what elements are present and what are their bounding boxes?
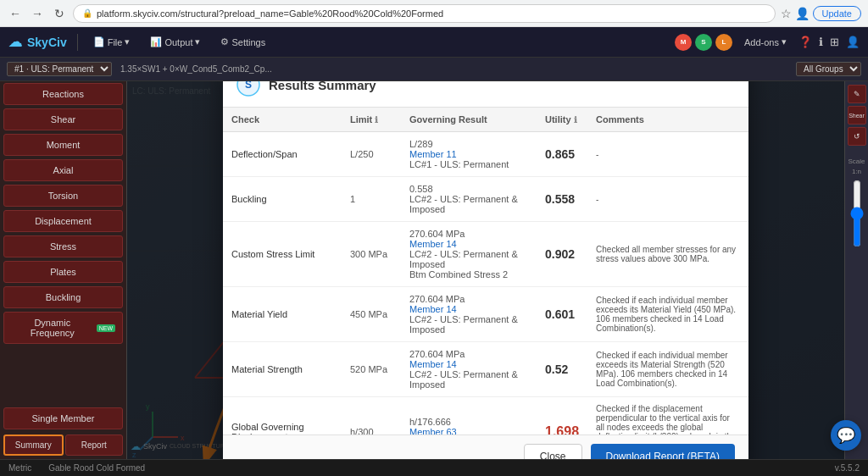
sidebar-item-single-member[interactable]: Single Member [3, 407, 123, 429]
governing-buckling: 0.558 LC#2 - ULS: Permanent & Imposed [401, 177, 537, 222]
settings-menu[interactable]: ⚙ Settings [215, 35, 270, 49]
th-comments: Comments [587, 108, 748, 132]
utility-global-displacement: 1.698 [537, 397, 587, 435]
shear-tool-button[interactable]: Shear [848, 106, 866, 125]
th-check: Check [223, 108, 342, 132]
table-row: Material Strength 520 MPa 270.604 MPa Me… [223, 342, 748, 397]
toolbar-right: M S L Add-ons ▾ ❓ ℹ ⊞ 👤 [675, 34, 860, 51]
utility-material-strength: 0.52 [537, 342, 587, 397]
mode-dot-1: M [675, 34, 692, 51]
modal-close-button[interactable]: × [731, 81, 738, 86]
table-row: Custom Stress Limit 300 MPa 270.604 MPa … [223, 222, 748, 287]
rotate-tool-button[interactable]: ↺ [848, 127, 866, 146]
logo: ☁ SkyCiv [8, 34, 67, 50]
app-container: ☁ SkyCiv 📄 File ▾ 📊 Output ▾ ⚙ Settings … [0, 27, 868, 476]
check-global-displacement: Global Governing Displacement [223, 397, 342, 435]
comments-deflection: - [587, 132, 748, 177]
help-icon[interactable]: ❓ [798, 36, 812, 48]
project-status: Gable Rood Cold Formed [48, 463, 145, 473]
logo-icon: ☁ [8, 34, 22, 50]
table-row: Material Yield 450 MPa 270.604 MPa Membe… [223, 287, 748, 342]
url-text: platform.skyciv.com/structural?preload_n… [97, 8, 443, 19]
browser-actions: ☆ 👤 Update [781, 6, 861, 21]
back-button[interactable]: ← [7, 5, 24, 22]
addons-menu[interactable]: Add-ons ▾ [739, 35, 792, 49]
edit-tool-button[interactable]: ✎ [848, 85, 866, 103]
comments-custom-stress: Checked all member stresses for any stre… [587, 222, 748, 287]
user-icon[interactable]: 👤 [795, 7, 810, 20]
update-button[interactable]: Update [813, 6, 861, 21]
table-row: Buckling 1 0.558 LC#2 - ULS: Permanent &… [223, 177, 748, 222]
chat-widget[interactable]: 💬 [831, 420, 861, 451]
member-link-4[interactable]: Member 14 [409, 304, 528, 314]
limit-material-yield: 450 MPa [342, 287, 401, 342]
grid-icon[interactable]: ⊞ [830, 36, 839, 48]
utility-custom-stress: 0.902 [537, 222, 587, 287]
mode-dot-3: L [715, 34, 732, 51]
left-sidebar: Reactions Shear Moment Axial Torsion Dis… [0, 81, 127, 459]
member-link-5[interactable]: Member 14 [409, 359, 528, 369]
logo-text: SkyCiv [27, 36, 67, 49]
check-deflection: Deflection/Span [223, 132, 342, 177]
browser-bar: ← → ↻ 🔒 platform.skyciv.com/structural?p… [0, 0, 868, 27]
output-menu[interactable]: 📊 Output ▾ [145, 35, 205, 49]
close-button[interactable]: Close [524, 444, 582, 459]
sidebar-item-axial[interactable]: Axial [3, 159, 123, 181]
report-button[interactable]: Report [65, 434, 124, 456]
sidebar-item-buckling[interactable]: Buckling [3, 286, 123, 308]
limit-global-displacement: h/300 [342, 397, 401, 435]
mode-dot-2: S [695, 34, 712, 51]
sidebar-item-stress[interactable]: Stress [3, 235, 123, 257]
scale-slider[interactable] [851, 180, 863, 247]
sidebar-item-displacement[interactable]: Displacement [3, 210, 123, 232]
comments-material-strength: Checked if each individual member exceed… [587, 342, 748, 397]
divider [77, 34, 78, 51]
reload-button[interactable]: ↻ [51, 5, 68, 22]
sub-toolbar: #1 · ULS: Permanent 1.35×SW1 + 0×W_Cond5… [0, 58, 868, 81]
table-row: Deflection/Span L/250 L/289 Member 11 LC… [223, 132, 748, 177]
svg-text:S: S [245, 81, 252, 91]
utility-material-yield: 0.601 [537, 287, 587, 342]
scale-value: 1:n [852, 168, 861, 175]
sidebar-item-moment[interactable]: Moment [3, 134, 123, 156]
th-limit: Limit ℹ [342, 108, 401, 132]
limit-deflection: L/250 [342, 132, 401, 177]
member-link-1[interactable]: Member 11 [409, 149, 528, 159]
main-content: Reactions Shear Moment Axial Torsion Dis… [0, 81, 868, 459]
sidebar-item-shear[interactable]: Shear [3, 108, 123, 130]
sidebar-item-dynamic[interactable]: Dynamic Frequency NEW [3, 312, 123, 344]
modal-body: Check Limit ℹ Governing Result Utility [223, 108, 748, 434]
file-menu[interactable]: 📄 File ▾ [88, 35, 136, 49]
sidebar-bottom: Summary Report [0, 431, 126, 459]
results-table: Check Limit ℹ Governing Result Utility [223, 108, 748, 434]
sidebar-item-reactions[interactable]: Reactions [3, 83, 123, 105]
mode-indicators: M S L [675, 34, 732, 51]
scale-label: Scale [848, 158, 865, 165]
sidebar-item-plates[interactable]: Plates [3, 261, 123, 283]
modal-overlay: S Results Summary × Check [127, 81, 844, 459]
group-combo-select[interactable]: All Groups [796, 62, 861, 76]
limit-info-icon[interactable]: ℹ [375, 115, 378, 125]
utility-buckling: 0.558 [537, 177, 587, 222]
governing-global-displacement: h/176.666 Member 63 ULS: Permanent & Imp… [401, 397, 537, 435]
info-icon[interactable]: ℹ [819, 36, 823, 48]
url-bar[interactable]: 🔒 platform.skyciv.com/structural?preload… [73, 4, 776, 23]
version-status: v.5.5.2 [835, 463, 860, 473]
load-combo-select[interactable]: #1 · ULS: Permanent [7, 62, 112, 76]
member-link-3[interactable]: Member 14 [409, 239, 528, 249]
summary-button[interactable]: Summary [3, 434, 64, 456]
limit-buckling: 1 [342, 177, 401, 222]
status-bar: Metric Gable Rood Cold Formed v.5.5.2 [0, 459, 868, 476]
forward-button[interactable]: → [29, 5, 46, 22]
governing-material-strength: 270.604 MPa Member 14 LC#2 - ULS: Perman… [401, 342, 537, 397]
comments-material-yield: Checked if each individual member exceed… [587, 287, 748, 342]
utility-info-icon[interactable]: ℹ [574, 115, 577, 125]
limit-custom-stress: 300 MPa [342, 222, 401, 287]
right-toolbar: ✎ Shear ↺ Scale 1:n [844, 81, 868, 459]
member-link-6[interactable]: Member 63 [409, 427, 528, 434]
sidebar-item-torsion[interactable]: Torsion [3, 185, 123, 207]
download-report-button[interactable]: Download Report (BETA) [591, 444, 736, 459]
user-avatar[interactable]: 👤 [846, 36, 860, 48]
bookmark-icon[interactable]: ☆ [781, 7, 792, 20]
load-combo-label: 1.35×SW1 + 0×W_Cond5_Comb2_Cp... [120, 64, 272, 74]
